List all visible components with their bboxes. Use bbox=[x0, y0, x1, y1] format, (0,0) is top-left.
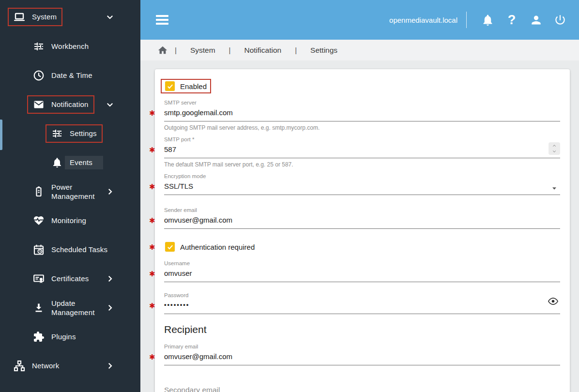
auth-required-checkbox-row: ✱ Authentication required bbox=[164, 240, 560, 254]
field-label: SMTP port * bbox=[164, 135, 560, 142]
password-field-group: ✱ Password •••••••• bbox=[164, 291, 560, 314]
show-password-eye-icon[interactable] bbox=[548, 296, 559, 307]
sidebar-item-plugins[interactable]: Plugins bbox=[0, 322, 140, 351]
sidebar-item-label: Certificates bbox=[51, 274, 89, 284]
chevron-right-icon bbox=[106, 303, 114, 312]
tune-icon bbox=[33, 41, 45, 52]
field-label: Primary email bbox=[164, 342, 560, 349]
app-window: System Workbench Date & Time bbox=[0, 0, 579, 392]
sidebar-item-label: Settings bbox=[70, 129, 97, 138]
sidebar-item-label: Monitoring bbox=[51, 216, 86, 226]
sidebar-item-scheduled-tasks[interactable]: Scheduled Tasks bbox=[0, 235, 140, 264]
checkbox-label: Enabled bbox=[180, 82, 207, 90]
sidebar-item-certificates[interactable]: Certificates bbox=[0, 264, 140, 293]
sidebar-item-monitoring[interactable]: Monitoring bbox=[0, 206, 140, 235]
puzzle-icon bbox=[33, 331, 45, 343]
help-icon[interactable]: ? bbox=[504, 13, 519, 27]
number-stepper[interactable] bbox=[549, 142, 560, 155]
chevron-right-icon bbox=[106, 274, 114, 283]
primary-email-field-group: ✱ Primary email omvuser@gmail.com bbox=[164, 342, 560, 365]
sender-email-field-group: ✱ Sender email omvuser@gmail.com bbox=[164, 206, 560, 229]
secondary-email-input[interactable]: Secondary email bbox=[164, 380, 560, 392]
field-label: Password bbox=[164, 291, 560, 298]
encryption-mode-field-group: ✱ Encryption mode SSL/TLS bbox=[164, 172, 560, 195]
email-icon bbox=[33, 99, 45, 110]
breadcrumb-separator: | bbox=[175, 46, 177, 54]
sidebar-item-label: Date & Time bbox=[51, 71, 92, 80]
smtp-port-field-group: ✱ SMTP port * 587 The default SMTP mail … bbox=[164, 135, 560, 168]
breadcrumb-separator: | bbox=[295, 46, 297, 54]
sidebar-item-settings[interactable]: Settings bbox=[0, 119, 140, 148]
smtp-server-field-group: ✱ SMTP server smtp.googlemail.com Outgoi… bbox=[164, 98, 560, 131]
sidebar-item-notification[interactable]: Notification bbox=[0, 90, 140, 119]
dropdown-caret-icon[interactable] bbox=[550, 184, 558, 194]
bell-icon bbox=[51, 157, 63, 168]
checkbox-label: Authentication required bbox=[180, 243, 255, 251]
user-account-icon[interactable] bbox=[529, 13, 543, 27]
chevron-right-icon bbox=[106, 362, 114, 370]
required-marker: ✱ bbox=[149, 353, 155, 362]
checkbox-checked-icon bbox=[165, 242, 175, 252]
field-label: Encryption mode bbox=[164, 172, 560, 179]
field-hint: Outgoing SMTP mail server address, e.g. … bbox=[164, 124, 560, 131]
username-input[interactable]: omvuser bbox=[164, 266, 560, 282]
chevron-right-icon bbox=[106, 187, 114, 196]
sidebar-item-workbench[interactable]: Workbench bbox=[0, 32, 140, 61]
sitemap-icon bbox=[14, 360, 25, 372]
topbar-divider bbox=[466, 12, 467, 28]
required-marker: ✱ bbox=[149, 243, 155, 252]
required-marker: ✱ bbox=[149, 182, 155, 191]
sidebar-item-label: Network bbox=[32, 361, 59, 371]
sidebar: System Workbench Date & Time bbox=[0, 0, 140, 392]
breadcrumb-item-notification[interactable]: Notification bbox=[244, 46, 282, 55]
menu-toggle-icon[interactable] bbox=[156, 15, 168, 25]
chevron-down-icon bbox=[106, 13, 114, 21]
sidebar-item-partial[interactable] bbox=[0, 380, 140, 392]
breadcrumb-separator: | bbox=[229, 46, 231, 54]
required-marker: ✱ bbox=[149, 270, 155, 278]
username-field-group: ✱ Username omvuser bbox=[164, 259, 560, 282]
hostname-label: openmediavault.local bbox=[389, 16, 457, 24]
enabled-checkbox-row: Enabled bbox=[164, 79, 560, 93]
sidebar-item-label: System bbox=[32, 12, 57, 22]
tune-icon bbox=[51, 128, 63, 139]
recipient-section-heading: Recipient bbox=[164, 324, 560, 335]
smtp-server-input[interactable]: smtp.googlemail.com bbox=[164, 106, 560, 121]
sender-email-input[interactable]: omvuser@gmail.com bbox=[164, 213, 560, 229]
topbar: openmediavault.local ? bbox=[140, 0, 579, 40]
power-icon[interactable] bbox=[553, 13, 567, 27]
password-input[interactable]: •••••••• bbox=[164, 298, 560, 314]
sidebar-item-label: Plugins bbox=[51, 332, 76, 342]
sidebar-item-power-management[interactable]: Power Management bbox=[0, 177, 140, 206]
primary-email-input[interactable]: omvuser@gmail.com bbox=[164, 349, 560, 365]
laptop-icon bbox=[14, 11, 25, 23]
field-hint: The default SMTP mail server port, e.g. … bbox=[164, 161, 560, 168]
breadcrumb-item-system[interactable]: System bbox=[190, 46, 215, 55]
enabled-checkbox[interactable]: Enabled bbox=[161, 79, 211, 93]
download-icon bbox=[33, 302, 45, 314]
required-marker: ✱ bbox=[149, 216, 155, 225]
sidebar-item-label: Scheduled Tasks bbox=[51, 245, 107, 255]
sidebar-item-update-management[interactable]: Update Management bbox=[0, 293, 140, 322]
home-icon[interactable] bbox=[157, 45, 168, 56]
sidebar-item-network[interactable]: Network bbox=[0, 351, 140, 380]
encryption-mode-select[interactable]: SSL/TLS bbox=[164, 179, 560, 195]
field-label: Sender email bbox=[164, 206, 560, 213]
sidebar-item-date-time[interactable]: Date & Time bbox=[0, 61, 140, 90]
sidebar-item-label: Notification bbox=[51, 100, 89, 109]
field-label: SMTP server bbox=[164, 98, 560, 106]
clock-icon bbox=[33, 70, 45, 81]
required-marker: ✱ bbox=[149, 109, 155, 118]
checkbox-checked-icon bbox=[165, 81, 175, 91]
heart-pulse-icon bbox=[33, 215, 45, 226]
certificate-icon bbox=[33, 273, 45, 285]
notifications-bell-icon[interactable] bbox=[480, 13, 495, 27]
content-area: Enabled ✱ SMTP server smtp.googlemail.co… bbox=[140, 60, 579, 392]
calendar-clock-icon bbox=[33, 244, 45, 256]
sidebar-item-events[interactable]: Events bbox=[0, 148, 140, 177]
breadcrumb-item-settings[interactable]: Settings bbox=[310, 46, 337, 55]
smtp-port-input[interactable]: 587 bbox=[164, 142, 560, 158]
chevron-down-icon bbox=[106, 100, 114, 109]
auth-required-checkbox[interactable]: Authentication required bbox=[161, 240, 259, 254]
sidebar-item-system[interactable]: System bbox=[0, 2, 140, 31]
